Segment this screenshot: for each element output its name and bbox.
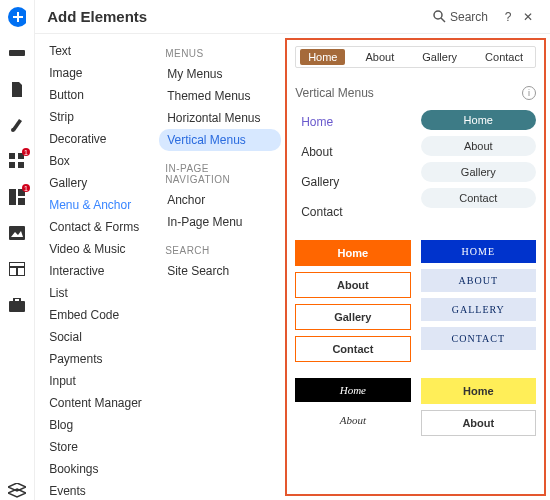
category-item[interactable]: Menu & Anchor bbox=[43, 194, 155, 216]
menu-item[interactable]: About bbox=[295, 272, 410, 298]
paint-icon[interactable] bbox=[8, 116, 26, 134]
category-item[interactable]: Strip bbox=[43, 106, 155, 128]
menu-item[interactable]: Home bbox=[421, 110, 536, 130]
svg-rect-15 bbox=[14, 298, 20, 302]
apps-icon[interactable]: 1 bbox=[8, 152, 26, 170]
category-item[interactable]: Input bbox=[43, 370, 155, 392]
menu-item[interactable]: Home bbox=[421, 378, 536, 404]
menu-item[interactable]: Gallery bbox=[295, 304, 410, 330]
category-item[interactable]: Content Manager bbox=[43, 392, 155, 414]
subcategory-item[interactable]: Site Search bbox=[159, 260, 281, 282]
svg-rect-7 bbox=[9, 189, 16, 205]
category-item[interactable]: Embed Code bbox=[43, 304, 155, 326]
menu-item[interactable]: GALLERY bbox=[421, 298, 536, 321]
category-item[interactable]: List bbox=[43, 282, 155, 304]
panel-header: Add Elements Search ? ✕ bbox=[35, 0, 550, 34]
svg-point-2 bbox=[11, 128, 15, 132]
category-item[interactable]: Decorative bbox=[43, 128, 155, 150]
category-item[interactable]: Interactive bbox=[43, 260, 155, 282]
svg-rect-6 bbox=[18, 162, 24, 168]
briefcase-icon[interactable] bbox=[8, 296, 26, 314]
menu-item[interactable]: About bbox=[295, 140, 410, 164]
vertical-menu-sample-4[interactable]: HOMEABOUTGALLERYCONTACT bbox=[421, 240, 536, 362]
help-button[interactable]: ? bbox=[498, 10, 518, 24]
menu-item[interactable]: CONTACT bbox=[421, 327, 536, 350]
svg-rect-5 bbox=[9, 162, 15, 168]
vertical-menu-sample-2[interactable]: HomeAboutGalleryContact bbox=[421, 110, 536, 224]
menu-item[interactable]: Gallery bbox=[421, 162, 536, 182]
vertical-menu-sample-3[interactable]: HomeAboutGalleryContact bbox=[295, 240, 410, 362]
subcategory-item[interactable]: Vertical Menus bbox=[159, 129, 281, 151]
category-item[interactable]: Payments bbox=[43, 348, 155, 370]
vertical-menu-sample-6[interactable]: HomeAbout bbox=[421, 378, 536, 436]
table-icon[interactable] bbox=[8, 260, 26, 278]
image-icon[interactable] bbox=[8, 224, 26, 242]
svg-rect-9 bbox=[18, 198, 25, 205]
menu-tab[interactable]: Contact bbox=[477, 49, 531, 65]
left-toolbar: 1 1 bbox=[0, 0, 35, 500]
horizontal-menu-sample[interactable]: HomeAboutGalleryContact bbox=[295, 46, 536, 68]
vertical-menu-sample-5[interactable]: HomeAbout bbox=[295, 378, 410, 436]
subcategory-item[interactable]: Horizontal Menus bbox=[159, 107, 281, 129]
menu-item[interactable]: About bbox=[421, 136, 536, 156]
svg-rect-10 bbox=[9, 226, 25, 240]
subcategory-item[interactable]: My Menus bbox=[159, 63, 281, 85]
subcategory-item[interactable]: Anchor bbox=[159, 189, 281, 211]
menu-item[interactable]: Home bbox=[295, 240, 410, 266]
category-item[interactable]: Store bbox=[43, 436, 155, 458]
menu-item[interactable]: Contact bbox=[421, 188, 536, 208]
category-item[interactable]: Text bbox=[43, 40, 155, 62]
subcategory-item[interactable]: Themed Menus bbox=[159, 85, 281, 107]
subcategory-item[interactable]: In-Page Menu bbox=[159, 211, 281, 233]
subcategory-header: IN-PAGE NAVIGATION bbox=[159, 159, 281, 189]
badge-icon: 1 bbox=[22, 148, 30, 156]
page-icon[interactable] bbox=[8, 80, 26, 98]
category-item[interactable]: Video & Music bbox=[43, 238, 155, 260]
category-list: TextImageButtonStripDecorativeBoxGallery… bbox=[35, 34, 155, 500]
menu-item[interactable]: Contact bbox=[295, 336, 410, 362]
menu-tab[interactable]: Home bbox=[300, 49, 345, 65]
subcategory-list: MENUSMy MenusThemed MenusHorizontal Menu… bbox=[155, 34, 285, 500]
subcategory-header: MENUS bbox=[159, 44, 281, 63]
subcategory-header: SEARCH bbox=[159, 241, 281, 260]
plus-icon[interactable] bbox=[8, 8, 26, 26]
menu-item[interactable]: Contact bbox=[295, 200, 410, 224]
menu-item[interactable]: Home bbox=[295, 378, 410, 402]
category-item[interactable]: Blog bbox=[43, 414, 155, 436]
menu-item[interactable]: Home bbox=[295, 110, 410, 134]
svg-rect-1 bbox=[9, 50, 25, 56]
panel-title: Add Elements bbox=[47, 8, 433, 25]
svg-point-16 bbox=[434, 11, 442, 19]
badge-icon: 1 bbox=[22, 184, 30, 192]
category-item[interactable]: Contact & Forms bbox=[43, 216, 155, 238]
info-icon[interactable]: i bbox=[522, 86, 536, 100]
category-item[interactable]: Bookings bbox=[43, 458, 155, 480]
menu-item[interactable]: About bbox=[295, 408, 410, 432]
category-item[interactable]: Image bbox=[43, 62, 155, 84]
svg-rect-3 bbox=[9, 153, 15, 159]
sections-icon[interactable]: 1 bbox=[8, 188, 26, 206]
category-item[interactable]: Events bbox=[43, 480, 155, 500]
menu-item[interactable]: Gallery bbox=[295, 170, 410, 194]
menu-item[interactable]: HOME bbox=[421, 240, 536, 263]
menu-tab[interactable]: Gallery bbox=[414, 49, 465, 65]
menu-item[interactable]: ABOUT bbox=[421, 269, 536, 292]
category-item[interactable]: Gallery bbox=[43, 172, 155, 194]
close-button[interactable]: ✕ bbox=[518, 10, 538, 24]
search-input[interactable]: Search bbox=[433, 10, 488, 24]
menu-tab[interactable]: About bbox=[357, 49, 402, 65]
layers-icon[interactable] bbox=[8, 482, 26, 500]
search-icon bbox=[433, 10, 446, 23]
preview-pane: HomeAboutGalleryContact Vertical Menus i… bbox=[285, 38, 546, 496]
section-title: Vertical Menus bbox=[295, 86, 374, 100]
category-item[interactable]: Social bbox=[43, 326, 155, 348]
category-item[interactable]: Box bbox=[43, 150, 155, 172]
svg-line-17 bbox=[441, 18, 445, 22]
search-label: Search bbox=[450, 10, 488, 24]
section-icon[interactable] bbox=[8, 44, 26, 62]
category-item[interactable]: Button bbox=[43, 84, 155, 106]
menu-item[interactable]: About bbox=[421, 410, 536, 436]
vertical-menu-sample-1[interactable]: HomeAboutGalleryContact bbox=[295, 110, 410, 224]
